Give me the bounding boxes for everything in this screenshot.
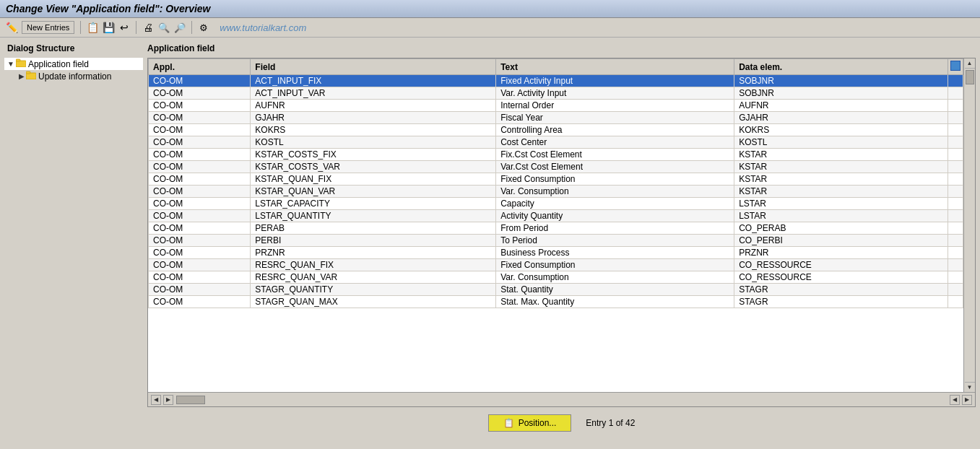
cell-text: Business Process xyxy=(496,247,734,259)
scroll-right-arrow-2[interactable]: ▶ xyxy=(962,395,972,405)
cell-field: ACT_INPUT_VAR xyxy=(251,87,496,100)
cell-icon xyxy=(948,235,963,247)
cell-field: PERAB xyxy=(251,222,496,235)
cell-appl: CO-OM xyxy=(149,136,251,149)
cell-appl: CO-OM xyxy=(149,271,251,284)
col-data-elem: Data elem. xyxy=(734,59,948,75)
table-row[interactable]: CO-OMKSTAR_COSTS_FIXFix.Cst Cost Element… xyxy=(149,149,963,161)
cell-data_elem: KOSTL xyxy=(734,136,948,149)
new-entries-label: New Entries xyxy=(27,23,69,32)
cell-text: Var. Consumption xyxy=(496,271,734,284)
table-row[interactable]: CO-OMSTAGR_QUANTITYStat. QuantitySTAGR xyxy=(149,284,963,296)
watermark: www.tutorialkart.com xyxy=(220,22,306,33)
copy-icon[interactable]: 📋 xyxy=(87,22,98,33)
cell-appl: CO-OM xyxy=(149,149,251,161)
cell-data_elem: CO_PERAB xyxy=(734,222,948,235)
cell-text: Fix.Cst Cost Element xyxy=(496,149,734,161)
cell-field: ACT_INPUT_FIX xyxy=(251,75,496,87)
table-row[interactable]: CO-OMKOSTLCost CenterKOSTL xyxy=(149,136,963,149)
table-row[interactable]: CO-OMRESRC_QUAN_FIXFixed ConsumptionCO_R… xyxy=(149,259,963,271)
cell-data_elem: LSTAR xyxy=(734,198,948,210)
cell-data_elem: SOBJNR xyxy=(734,87,948,100)
cell-text: Activity Quantity xyxy=(496,210,734,222)
print-icon[interactable]: 🖨 xyxy=(142,22,154,33)
cell-data_elem: LSTAR xyxy=(734,210,948,222)
scroll-down-arrow[interactable]: ▼ xyxy=(965,382,975,392)
table-row[interactable]: CO-OMRESRC_QUAN_VARVar. ConsumptionCO_RE… xyxy=(149,271,963,284)
right-panel: Application field Appl. Field Text Data … xyxy=(147,42,976,439)
table-row[interactable]: CO-OMGJAHRFiscal YearGJAHR xyxy=(149,112,963,124)
cell-data_elem: CO_PERBI xyxy=(734,235,948,247)
cell-text: Capacity xyxy=(496,198,734,210)
table-body: CO-OMACT_INPUT_FIXFixed Activity InputSO… xyxy=(149,75,963,308)
scroll-bar-left: ◀ ▶ xyxy=(151,395,173,405)
table-row[interactable]: CO-OMPERABFrom PeriodCO_PERAB xyxy=(149,222,963,235)
cell-icon xyxy=(948,210,963,222)
cell-icon xyxy=(948,271,963,284)
sidebar: Dialog Structure ▼ Application field ▶ xyxy=(4,42,143,439)
main-content: Dialog Structure ▼ Application field ▶ xyxy=(0,38,980,443)
entry-info: Entry 1 of 42 xyxy=(586,418,635,428)
bottom-scrollbar: ◀ ▶ ◀ ▶ xyxy=(148,392,975,406)
table-row[interactable]: CO-OMLSTAR_CAPACITYCapacityLSTAR xyxy=(149,198,963,210)
cell-field: KOKRS xyxy=(251,124,496,136)
cell-icon xyxy=(948,124,963,136)
settings-icon[interactable]: ⚙ xyxy=(198,22,209,33)
vertical-scrollbar[interactable]: ▲ ▼ xyxy=(963,58,975,392)
cell-icon xyxy=(948,112,963,124)
cell-data_elem: CO_RESSOURCE xyxy=(734,259,948,271)
col-text: Text xyxy=(496,59,734,75)
table-row[interactable]: CO-OMACT_INPUT_VARVar. Activity InputSOB… xyxy=(149,87,963,100)
cell-data_elem: STAGR xyxy=(734,284,948,296)
table-row[interactable]: CO-OMKSTAR_COSTS_VARVar.Cst Cost Element… xyxy=(149,161,963,173)
cell-appl: CO-OM xyxy=(149,87,251,100)
table-row[interactable]: CO-OMSTAGR_QUAN_MAXStat. Max. QuantityST… xyxy=(149,296,963,308)
cell-text: Fiscal Year xyxy=(496,112,734,124)
table-row[interactable]: CO-OMACT_INPUT_FIXFixed Activity InputSO… xyxy=(149,75,963,87)
new-entries-button[interactable]: New Entries xyxy=(22,21,74,34)
save-icon[interactable]: 💾 xyxy=(103,22,114,33)
find-icon[interactable]: 🔍 xyxy=(158,22,170,33)
toolbar: ✏️ New Entries 📋 💾 ↩ 🖨 🔍 🔎 ⚙ www.tutoria… xyxy=(0,18,980,38)
table-scroll-area[interactable]: Appl. Field Text Data elem. CO- xyxy=(148,58,963,392)
data-table: Appl. Field Text Data elem. CO- xyxy=(148,58,963,308)
column-settings-icon[interactable] xyxy=(950,61,961,71)
table-row[interactable]: CO-OMPERBITo PeriodCO_PERBI xyxy=(149,235,963,247)
cell-text: Internal Order xyxy=(496,100,734,112)
table-row[interactable]: CO-OMKSTAR_QUAN_FIXFixed ConsumptionKSTA… xyxy=(149,173,963,186)
cell-appl: CO-OM xyxy=(149,222,251,235)
cell-appl: CO-OM xyxy=(149,247,251,259)
cell-appl: CO-OM xyxy=(149,210,251,222)
scroll-up-arrow[interactable]: ▲ xyxy=(965,58,975,69)
sidebar-item-update-information[interactable]: ▶ Update information xyxy=(4,70,143,82)
position-button[interactable]: 📋 Position... xyxy=(488,414,572,432)
cell-text: Cost Center xyxy=(496,136,734,149)
cell-field: STAGR_QUANTITY xyxy=(251,284,496,296)
cell-data_elem: KSTAR xyxy=(734,186,948,198)
cell-text: Stat. Max. Quantity xyxy=(496,296,734,308)
cell-field: LSTAR_QUANTITY xyxy=(251,210,496,222)
cell-text: Fixed Activity Input xyxy=(496,75,734,87)
cell-appl: CO-OM xyxy=(149,235,251,247)
sidebar-item-application-field[interactable]: ▼ Application field xyxy=(4,58,143,70)
scroll-left-arrow-2[interactable]: ◀ xyxy=(950,395,960,405)
table-row[interactable]: CO-OMPRZNRBusiness ProcessPRZNR xyxy=(149,247,963,259)
header-row: Appl. Field Text Data elem. xyxy=(149,59,963,75)
col-icon-settings[interactable] xyxy=(948,59,963,75)
cell-data_elem: GJAHR xyxy=(734,112,948,124)
undo-icon[interactable]: ↩ xyxy=(118,22,130,33)
cell-text: Controlling Area xyxy=(496,124,734,136)
table-row[interactable]: CO-OMLSTAR_QUANTITYActivity QuantityLSTA… xyxy=(149,210,963,222)
cell-appl: CO-OM xyxy=(149,173,251,186)
table-row[interactable]: CO-OMKSTAR_QUAN_VARVar. ConsumptionKSTAR xyxy=(149,186,963,198)
table-row[interactable]: CO-OMAUFNRInternal OrderAUFNR xyxy=(149,100,963,112)
cell-appl: CO-OM xyxy=(149,296,251,308)
find-next-icon[interactable]: 🔎 xyxy=(174,22,186,33)
table-with-scroll: Appl. Field Text Data elem. CO- xyxy=(148,58,975,392)
scroll-thumb xyxy=(966,70,974,84)
scroll-right-arrow[interactable]: ▶ xyxy=(163,395,173,405)
scroll-left-arrow[interactable]: ◀ xyxy=(151,395,161,405)
separator-3 xyxy=(191,21,192,34)
cell-appl: CO-OM xyxy=(149,112,251,124)
table-row[interactable]: CO-OMKOKRSControlling AreaKOKRS xyxy=(149,124,963,136)
